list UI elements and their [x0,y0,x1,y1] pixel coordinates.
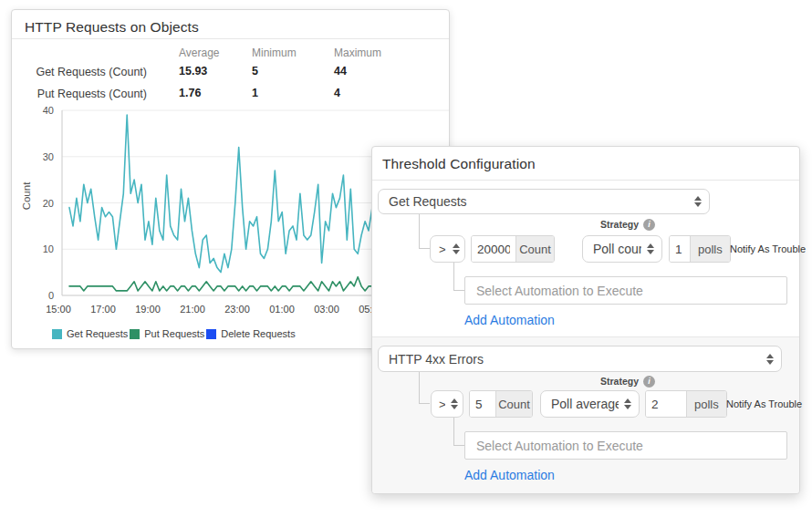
threshold-input-group: Count [471,235,555,263]
poll-count-input[interactable] [646,391,686,417]
threshold-unit-addon: Count [495,391,532,417]
add-automation-link[interactable]: Add Automation [464,313,555,327]
legend-swatch-icon [130,329,140,339]
info-icon[interactable]: i [643,376,655,388]
strategy-label: Strategy [600,219,639,230]
threshold-value-input[interactable] [472,236,515,262]
notify-as-trouble-label: Notify As Trouble [730,235,806,263]
tree-connector [453,263,464,291]
svg-text:23:00: 23:00 [224,304,250,315]
threshold-input-group: Count [469,390,533,418]
operator-select[interactable]: > [431,390,463,418]
title-divider [372,180,799,181]
select-stepper-icon [624,398,631,409]
select-stepper-icon [453,243,460,254]
strategy-label-row: Strategy i [555,218,655,231]
polls-input-group: polls [645,390,727,418]
poll-count-input[interactable] [670,236,690,262]
strategy-label: Strategy [600,376,639,387]
legend-item: Get Requests [52,328,128,339]
svg-text:01:00: 01:00 [269,304,295,315]
info-icon[interactable]: i [643,219,655,231]
legend-item: Put Requests [130,328,204,339]
svg-text:0: 0 [48,290,54,301]
notify-as-trouble-label: Notify As Trouble [726,390,802,418]
tree-connector [453,418,464,446]
metric-select-value: Get Requests [389,194,689,209]
svg-text:03:00: 03:00 [314,304,339,315]
operator-select[interactable]: > [430,235,465,263]
operator-select-value: > [439,243,447,256]
legend-label: Delete Requests [221,328,295,339]
select-stepper-icon [451,398,458,409]
legend-swatch-icon [206,329,216,339]
svg-text:17:00: 17:00 [90,304,116,315]
legend-swatch-icon [52,329,62,339]
poll-strategy-select[interactable]: Poll average [540,390,640,418]
poll-strategy-value: Poll count [593,242,641,256]
svg-text:40: 40 [43,105,54,116]
automation-select-input[interactable] [464,431,787,460]
svg-text:15:00: 15:00 [46,304,71,315]
select-stepper-icon [766,354,774,365]
dashboard-stage: HTTP Requests on Objects Average Minimum… [0,0,812,517]
svg-text:19:00: 19:00 [135,304,161,315]
threshold-panel-title: Threshold Configuration [382,156,536,172]
metric-select[interactable]: Get Requests [378,189,710,214]
svg-text:30: 30 [43,151,54,162]
threshold-value-input[interactable] [470,391,495,417]
operator-select-value: > [439,398,445,411]
threshold-unit-addon: Count [515,236,554,262]
svg-text:20: 20 [43,198,54,209]
legend-label: Get Requests [67,328,128,339]
tree-connector [419,372,430,404]
chart-legend: Get RequestsPut RequestsDelete Requests [52,328,297,339]
strategy-label-row: Strategy i [555,375,655,388]
tree-connector [419,214,430,249]
legend-item: Delete Requests [206,328,295,339]
polls-unit-addon: polls [690,236,730,262]
poll-strategy-select[interactable]: Poll count [582,235,662,263]
add-automation-link[interactable]: Add Automation [464,468,555,482]
select-stepper-icon [647,243,654,254]
select-stepper-icon [694,196,702,207]
poll-strategy-value: Poll average [551,397,619,411]
metric-select-value: HTTP 4xx Errors [389,352,761,367]
polls-unit-addon: polls [686,391,726,417]
automation-select-input[interactable] [464,276,787,305]
legend-label: Put Requests [144,328,204,339]
threshold-configuration-panel: Threshold Configuration Get Requests Str… [371,146,800,494]
svg-text:21:00: 21:00 [180,304,205,315]
polls-input-group: polls [669,235,731,263]
metric-select[interactable]: HTTP 4xx Errors [378,346,782,372]
svg-text:10: 10 [43,243,54,254]
